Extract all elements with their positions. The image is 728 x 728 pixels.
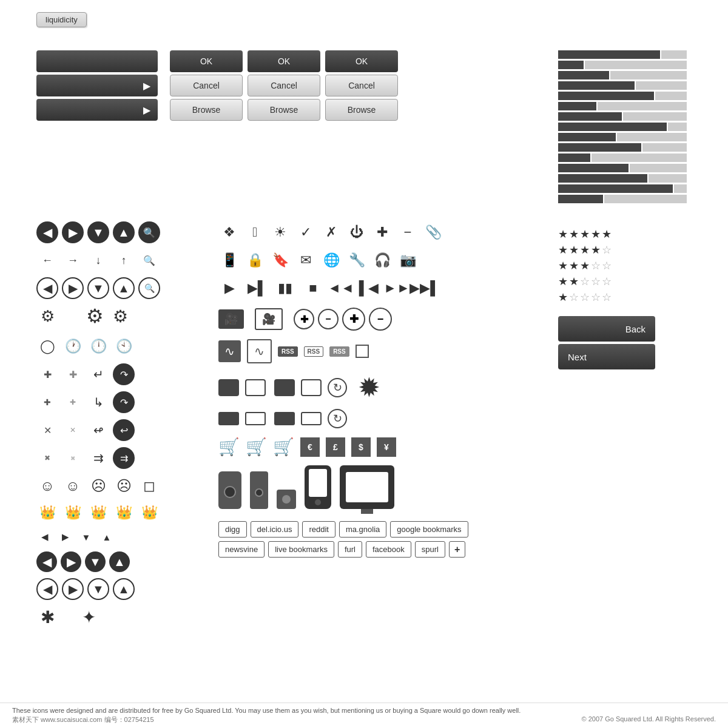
star-3-1[interactable]: ★ <box>569 275 579 288</box>
dark-arrow-btn-1[interactable]: ▶ <box>36 75 158 96</box>
fork-icon[interactable]: ✦ <box>78 606 99 628</box>
move-dotted-1[interactable]: ✚ <box>36 363 58 385</box>
x-mark-icon[interactable]: ✗ <box>320 221 342 243</box>
minus-icon[interactable]: − <box>397 221 419 243</box>
curved-arrow-left[interactable]: ↵ <box>87 363 109 385</box>
social-btn-row1-1[interactable]: del.icio.us <box>251 521 299 538</box>
monitor-icon[interactable] <box>340 465 394 509</box>
apple-icon[interactable]:  <box>244 221 266 243</box>
arrow-right-circle[interactable]: ▶ <box>62 277 84 299</box>
bubble-small-filled-1[interactable] <box>218 412 239 425</box>
x-small-2[interactable]: ✖ <box>62 447 84 469</box>
zoom-filled-circle[interactable]: 🔍 <box>138 221 160 243</box>
social-btn-row2-4[interactable]: spurl <box>415 541 445 558</box>
smiley-neutral-2[interactable]: ◻ <box>138 475 160 497</box>
arrow-up-plain[interactable]: ↑ <box>113 249 135 271</box>
cart-filled-3[interactable]: 🛒 <box>273 437 294 457</box>
star-0-2[interactable]: ★ <box>580 228 590 241</box>
arrow-left-plain[interactable]: ← <box>36 249 58 271</box>
bubble-small-outline-2[interactable] <box>301 412 322 425</box>
headphones-icon[interactable]: 🎧 <box>371 249 393 271</box>
crown-happy-2[interactable]: 👑 <box>62 502 84 524</box>
double-arrow-1[interactable]: ⇉ <box>87 447 109 469</box>
camera-icon[interactable]: 📷 <box>397 249 419 271</box>
smiley-sad[interactable]: ☹ <box>87 475 109 497</box>
zoom-out-circle[interactable]: − <box>318 309 339 329</box>
ok-button-3[interactable]: OK <box>325 50 398 72</box>
bookmark-icon[interactable]: 🔖 <box>269 249 291 271</box>
video-camera-filled[interactable]: 🎥 <box>218 309 244 329</box>
liquidicity-button[interactable]: liquidicity <box>36 12 87 27</box>
social-btn-row2-1[interactable]: live bookmarks <box>268 541 334 558</box>
bubble-small-outline-1[interactable] <box>245 412 266 425</box>
cancel-button-1[interactable]: Cancel <box>170 75 243 96</box>
play-up-filled[interactable]: ▲ <box>109 551 130 572</box>
play-left-circle[interactable]: ◀ <box>36 578 58 600</box>
back-button[interactable]: Back <box>558 316 655 342</box>
star-3-2[interactable]: ☆ <box>580 275 590 288</box>
arrow-up-circle[interactable]: ▲ <box>113 277 135 299</box>
crown-happy[interactable]: 👑 <box>36 502 58 524</box>
star-2-4[interactable]: ☆ <box>602 259 612 272</box>
social-btn-row1-3[interactable]: ma.gnolia <box>339 521 386 538</box>
asterisk-icon[interactable]: ✱ <box>36 606 58 628</box>
browse-button-1[interactable]: Browse <box>170 99 243 121</box>
clock-3[interactable]: 🕛 <box>87 335 109 357</box>
x-icon-1[interactable]: ✕ <box>36 419 58 441</box>
checkbox-empty[interactable] <box>356 345 369 358</box>
plus-icon[interactable]: ✚ <box>371 221 393 243</box>
next-button[interactable]: Next <box>558 344 655 369</box>
triangle-up-sm[interactable]: ▲ <box>98 528 115 545</box>
diamond-icon[interactable]: ❖ <box>218 221 240 243</box>
rewind-icon[interactable]: ◄◄ <box>330 277 352 299</box>
rss-badge-dark[interactable]: RSS <box>278 346 298 357</box>
star-2-0[interactable]: ★ <box>558 259 568 272</box>
star-1-1[interactable]: ★ <box>569 243 579 257</box>
play-left-filled[interactable]: ◀ <box>36 551 57 572</box>
star-1-2[interactable]: ★ <box>580 243 590 257</box>
star-0-0[interactable]: ★ <box>558 228 568 241</box>
pound-badge[interactable]: £ <box>326 437 345 457</box>
smartphone-icon[interactable]: 📱 <box>218 249 240 271</box>
fast-forward-icon[interactable]: ►► <box>386 277 408 299</box>
bubble-filled-2[interactable] <box>274 379 295 396</box>
gear-small[interactable]: ⚙ <box>36 305 58 327</box>
ipod-classic-icon[interactable] <box>218 471 241 509</box>
star-1-0[interactable]: ★ <box>558 243 568 257</box>
ok-button-2[interactable]: OK <box>248 50 320 72</box>
star-3-0[interactable]: ★ <box>558 275 568 288</box>
star-0-1[interactable]: ★ <box>569 228 579 241</box>
clock-4[interactable]: 🕙 <box>113 335 135 357</box>
browse-button-3[interactable]: Browse <box>325 99 398 121</box>
social-btn-row1-4[interactable]: google bookmarks <box>390 521 468 538</box>
arrow-right-plain[interactable]: → <box>62 249 84 271</box>
play-down-filled[interactable]: ▼ <box>85 551 106 572</box>
star-1-4[interactable]: ☆ <box>602 243 612 257</box>
star-0-3[interactable]: ★ <box>591 228 601 241</box>
paperclip-icon[interactable]: 📎 <box>422 221 444 243</box>
star-2-1[interactable]: ★ <box>569 259 579 272</box>
share-arrow-1[interactable]: ↳ <box>87 391 109 413</box>
cart-filled-2[interactable]: 🛒 <box>246 437 267 457</box>
play-down-circle[interactable]: ▼ <box>87 578 109 600</box>
arrow-undo-filled[interactable]: ↩ <box>113 419 135 441</box>
social-btn-row2-0[interactable]: newsvine <box>218 541 265 558</box>
bubble-small-filled-2[interactable] <box>274 412 295 425</box>
crown-plain[interactable]: 👑 <box>138 502 160 524</box>
x-icon-2[interactable]: ✕ <box>62 419 84 441</box>
envelope-icon[interactable]: ✉ <box>295 249 317 271</box>
star-3-4[interactable]: ☆ <box>602 275 612 288</box>
social-btn-row2-2[interactable]: furl <box>338 541 362 558</box>
checkmark-icon[interactable]: ✓ <box>295 221 317 243</box>
arrow-left-filled-circle[interactable]: ◀ <box>36 221 58 243</box>
video-camera-outline[interactable]: 🎥 <box>255 308 283 330</box>
crown-sad[interactable]: 👑 <box>87 502 109 524</box>
arrow-right-filled-circle[interactable]: ▶ <box>62 221 84 243</box>
ipod-nano-icon[interactable] <box>250 471 268 509</box>
bubble-filled-1[interactable] <box>218 379 239 396</box>
zoom-out-large-circle[interactable]: − <box>369 308 392 331</box>
smartphone-device-icon[interactable] <box>305 465 331 509</box>
search-plain[interactable]: 🔍 <box>138 249 160 271</box>
clock-1[interactable]: ◯ <box>36 335 58 357</box>
social-btn-row2-3[interactable]: facebook <box>366 541 411 558</box>
